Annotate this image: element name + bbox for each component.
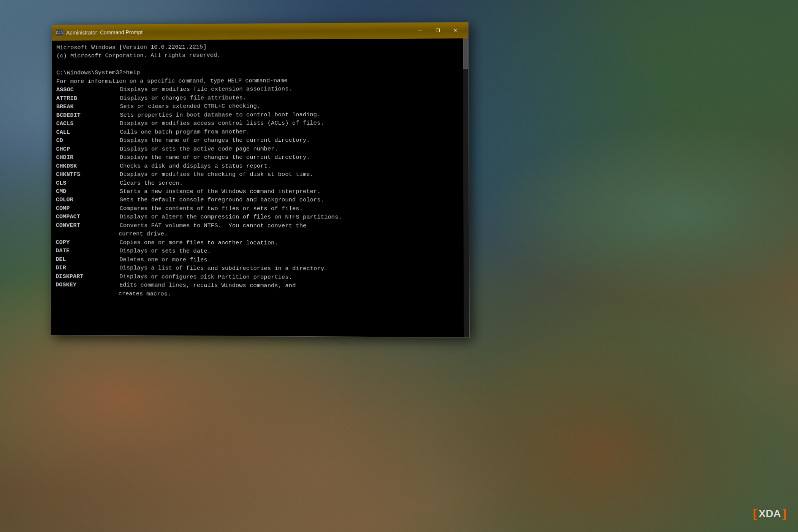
- command-entry: CACLSDisplays or modifies access control…: [56, 119, 464, 128]
- help-intro-text: For more information on a specific comma…: [56, 76, 288, 86]
- command-name: CACLS: [56, 119, 120, 128]
- command-description: Converts FAT volumes to NTFS. You cannot…: [120, 221, 307, 230]
- command-entry: CALLCalls one batch program from another…: [56, 127, 464, 136]
- xda-bracket-left: [: [753, 507, 757, 521]
- command-description: Clears the screen.: [120, 179, 183, 187]
- command-description: Deletes one or more files.: [119, 255, 211, 264]
- command-entry: CONVERTConverts FAT volumes to NTFS. You…: [56, 221, 464, 230]
- command-description: Starts a new instance of the Windows com…: [120, 187, 321, 196]
- command-name: COMP: [56, 204, 120, 213]
- command-name: ATTRIB: [56, 94, 120, 103]
- command-description: Compares the contents of two files or se…: [120, 204, 303, 213]
- cmd-window-title: Administrator: Command Prompt: [66, 28, 408, 36]
- command-name: DOSKEY: [55, 281, 119, 290]
- cmd-window-icon: C:\: [56, 29, 63, 36]
- command-description: Displays or alters the compression of fi…: [120, 213, 342, 222]
- command-entry: COLORSets the default console foreground…: [56, 196, 464, 204]
- command-name: COMPACT: [56, 213, 120, 222]
- xda-bracket-right: ]: [782, 507, 787, 521]
- command-entry: ATTRIBDisplays or changes file attribute…: [56, 93, 464, 103]
- command-description: Displays a list of files and subdirector…: [119, 264, 328, 273]
- command-entry: CHKNTFSDisplays or modifies the checking…: [56, 170, 464, 179]
- command-description: Displays the name of or changes the curr…: [120, 136, 310, 145]
- command-name: CHCP: [56, 145, 120, 153]
- command-name: CALL: [56, 128, 120, 137]
- command-entry: COMPACTDisplays or alters the compressio…: [56, 213, 464, 222]
- window-controls: — ❐ ✕: [411, 24, 464, 37]
- command-name: BREAK: [56, 103, 120, 111]
- command-name: BCDEDIT: [56, 111, 120, 120]
- cmd-scrollbar[interactable]: [463, 38, 469, 337]
- command-name: CLS: [56, 179, 120, 187]
- command-name: CONVERT: [56, 221, 120, 230]
- command-name: CHKDSK: [56, 162, 120, 170]
- command-entry: CLSClears the screen.: [56, 179, 464, 187]
- command-description: Sets the default console foreground and …: [120, 196, 324, 204]
- command-entry: CMDStarts a new instance of the Windows …: [56, 187, 464, 196]
- command-description: Displays or sets the active code page nu…: [120, 145, 278, 154]
- command-continuation: current drive.: [56, 230, 464, 239]
- command-entry: DATEDisplays or sets the date.: [55, 247, 464, 256]
- command-description: Checks a disk and displays a status repo…: [120, 162, 271, 171]
- command-description: Copies one or more files to another loca…: [120, 238, 278, 247]
- command-entry: COMPCompares the contents of two files o…: [56, 204, 464, 213]
- command-name: DATE: [55, 247, 119, 255]
- maximize-button[interactable]: ❐: [429, 24, 447, 36]
- command-entry: BREAKSets or clears extended CTRL+C chec…: [56, 101, 464, 111]
- xda-text: XDA: [758, 508, 781, 520]
- cmd-prompt-text: C:\Windows\System32>help: [56, 68, 140, 77]
- cmd-titlebar: C:\ Administrator: Command Prompt — ❐ ✕: [52, 22, 468, 41]
- command-name: COLOR: [56, 196, 120, 204]
- copyright-line: (c) Microsoft Corporation. All rights re…: [57, 51, 221, 60]
- command-description: Displays the name of or changes the curr…: [120, 153, 310, 162]
- cmd-commands-list: ASSOCDisplays or modifies file extension…: [55, 84, 464, 299]
- command-name: DIR: [55, 264, 119, 272]
- command-name: CHKNTFS: [56, 170, 120, 179]
- command-description: Displays or modifies the checking of dis…: [120, 170, 314, 179]
- command-name: DEL: [55, 255, 119, 264]
- cmd-window: C:\ Administrator: Command Prompt — ❐ ✕ …: [51, 22, 470, 338]
- command-name: DISKPART: [55, 272, 119, 281]
- command-name: CMD: [56, 187, 120, 196]
- command-description: Calls one batch program from another.: [120, 128, 250, 136]
- command-entry: CHDIRDisplays the name of or changes the…: [56, 153, 464, 162]
- command-description: Sets or clears extended CTRL+C checking.: [120, 102, 261, 111]
- command-description: Displays or sets the date.: [119, 247, 211, 256]
- command-description: Edits command lines, recalls Windows com…: [119, 281, 296, 290]
- xda-logo: [ XDA ]: [753, 507, 787, 521]
- command-name: ASSOC: [56, 86, 120, 94]
- command-continuation: creates macros.: [55, 289, 464, 299]
- close-button[interactable]: ✕: [446, 24, 464, 36]
- command-entry: BCDEDITSets properties in boot database …: [56, 110, 464, 120]
- command-description: Displays or modifies file extension asso…: [120, 85, 292, 94]
- command-description: Sets properties in boot database to cont…: [120, 111, 320, 120]
- command-entry: CDDisplays the name of or changes the cu…: [56, 136, 464, 145]
- windows-version-line: Microsoft Windows [Version 10.0.22621.22…: [57, 43, 207, 52]
- command-name: CHDIR: [56, 153, 120, 162]
- cmd-scrollbar-thumb[interactable]: [463, 38, 468, 69]
- command-entry: CHCPDisplays or sets the active code pag…: [56, 144, 464, 154]
- command-description: Displays or modifies access control list…: [120, 119, 324, 128]
- minimize-button[interactable]: —: [411, 25, 429, 37]
- command-description: Displays or changes file attributes.: [120, 93, 246, 102]
- command-entry: CHKDSKChecks a disk and displays a statu…: [56, 162, 464, 170]
- command-entry: COPYCopies one or more files to another …: [56, 238, 464, 248]
- command-description: Displays or configures Disk Partition pr…: [119, 272, 292, 282]
- command-name: COPY: [56, 238, 120, 247]
- command-name: CD: [56, 136, 120, 145]
- cmd-content-area[interactable]: Microsoft Windows [Version 10.0.22621.22…: [51, 38, 469, 337]
